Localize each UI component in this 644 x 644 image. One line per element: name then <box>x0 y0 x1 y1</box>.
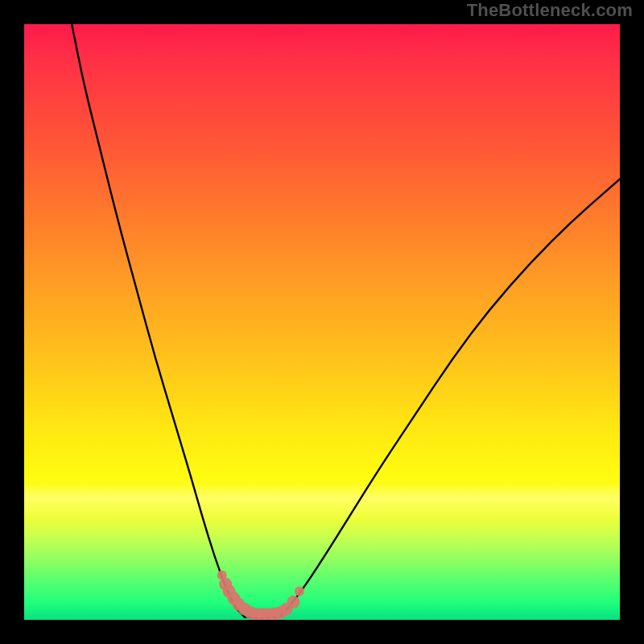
plot-area <box>24 24 620 620</box>
marker-dot <box>287 596 299 609</box>
curve-right-curve <box>280 179 620 616</box>
watermark-text: TheBottleneck.com <box>467 0 633 21</box>
curve-layer <box>24 24 620 620</box>
chart-frame: TheBottleneck.com <box>0 0 644 644</box>
marker-dot <box>295 586 304 596</box>
curve-left-curve <box>72 24 245 617</box>
